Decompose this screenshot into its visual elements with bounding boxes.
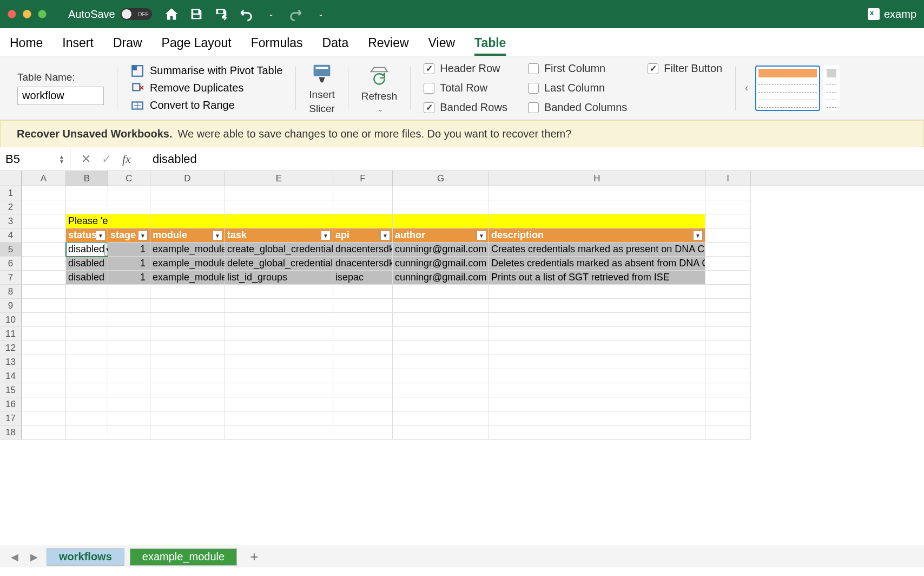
spreadsheet-grid[interactable]: A B C D E F G H I 1 2 3Please 'enable' t… xyxy=(0,171,924,546)
first-column-checkbox[interactable]: First Column xyxy=(528,61,627,77)
group-style-options-3: Filter Button x x xyxy=(640,60,730,116)
name-box[interactable]: B5 ▲▼ xyxy=(0,147,70,171)
row-header-13[interactable]: 13 xyxy=(0,355,22,369)
sheet-nav-next-icon[interactable]: ▶ xyxy=(27,551,41,563)
save-icon[interactable] xyxy=(189,6,204,22)
dropdown-icon[interactable]: ▼ xyxy=(104,244,108,256)
fx-icon[interactable]: fx xyxy=(122,152,131,166)
cancel-edit-icon[interactable]: ✕ xyxy=(81,152,91,166)
recovery-title: Recover Unsaved Workbooks. xyxy=(17,128,173,140)
sheet-tab-workflows[interactable]: workflows xyxy=(47,548,124,566)
styles-prev-icon[interactable]: ‹ xyxy=(741,82,752,94)
row-header-1[interactable]: 1 xyxy=(0,186,22,200)
tab-data[interactable]: Data xyxy=(322,36,349,56)
total-row-checkbox[interactable]: Total Row xyxy=(424,80,507,96)
instruction-cell[interactable]: Please 'enable' the required workflow ta… xyxy=(66,214,108,228)
svg-rect-1 xyxy=(132,66,137,70)
th-api[interactable]: api▼ xyxy=(333,228,393,243)
sheet-nav-prev-icon[interactable]: ◀ xyxy=(8,551,22,563)
redo-icon[interactable] xyxy=(288,6,303,22)
insert-slicer-button[interactable]: Insert Slicer xyxy=(309,62,335,115)
row-header-14[interactable]: 14 xyxy=(0,369,22,383)
row-header-4[interactable]: 4 xyxy=(0,228,22,243)
col-header-H[interactable]: H xyxy=(489,171,705,186)
maximize-window-icon[interactable] xyxy=(38,10,47,18)
banded-columns-checkbox[interactable]: Banded Columns xyxy=(528,100,627,116)
qat-customize-icon[interactable]: ⌄ xyxy=(313,6,328,22)
th-stage[interactable]: stage▼ xyxy=(108,228,150,243)
recovery-msg: We were able to save changes to one or m… xyxy=(178,128,572,140)
th-author[interactable]: author▼ xyxy=(393,228,489,243)
th-task[interactable]: task▼ xyxy=(225,228,333,243)
row-header-17[interactable]: 17 xyxy=(0,411,22,426)
recovery-bar[interactable]: Recover Unsaved Workbooks. We were able … xyxy=(0,120,924,147)
sheet-tab-bar: ◀ ▶ workflows example_module + xyxy=(0,546,924,567)
row-header-18[interactable]: 18 xyxy=(0,426,22,440)
row-header-9[interactable]: 9 xyxy=(0,299,22,313)
col-header-I[interactable]: I xyxy=(705,171,751,186)
col-header-F[interactable]: F xyxy=(333,171,393,186)
tab-page-layout[interactable]: Page Layout xyxy=(162,36,232,56)
row-header-5[interactable]: 5 xyxy=(0,243,22,257)
namebox-spinner-icon[interactable]: ▲▼ xyxy=(59,154,64,164)
row-header-8[interactable]: 8 xyxy=(0,285,22,299)
convert-to-range-button[interactable]: Convert to Range xyxy=(130,99,282,113)
th-module[interactable]: module▼ xyxy=(150,228,225,243)
row-header-15[interactable]: 15 xyxy=(0,383,22,397)
tab-insert[interactable]: Insert xyxy=(62,36,94,56)
close-window-icon[interactable] xyxy=(8,10,16,18)
col-header-D[interactable]: D xyxy=(150,171,225,186)
row-header-3[interactable]: 3 xyxy=(0,214,22,228)
undo-dropdown-icon[interactable]: ⌄ xyxy=(263,6,279,22)
row-header-16[interactable]: 16 xyxy=(0,397,22,411)
select-all-corner[interactable] xyxy=(0,171,22,186)
filter-icon: ▼ xyxy=(693,231,703,240)
minimize-window-icon[interactable] xyxy=(23,10,31,18)
table-name-input[interactable] xyxy=(17,87,104,105)
row-header-6[interactable]: 6 xyxy=(0,257,22,271)
row-header-12[interactable]: 12 xyxy=(0,341,22,355)
refresh-button[interactable]: Refresh xyxy=(361,63,398,102)
add-sheet-icon[interactable]: + xyxy=(242,548,266,565)
pivot-button[interactable]: Summarise with Pivot Table xyxy=(130,64,282,78)
col-header-A[interactable]: A xyxy=(22,171,66,186)
group-style-options-2: First Column Last Column Banded Columns xyxy=(520,60,635,116)
duplicates-icon xyxy=(130,81,144,95)
filter-button-checkbox[interactable]: Filter Button xyxy=(648,61,722,77)
sheet-tab-example-module[interactable]: example_module xyxy=(130,548,237,566)
th-description[interactable]: description▼ xyxy=(489,228,705,243)
tab-table[interactable]: Table xyxy=(474,36,506,56)
row-header-7[interactable]: 7 xyxy=(0,271,22,285)
undo-icon[interactable] xyxy=(239,6,254,22)
header-row-checkbox[interactable]: Header Row xyxy=(424,61,507,77)
selected-cell[interactable]: disabled▼ xyxy=(66,243,108,257)
col-header-G[interactable]: G xyxy=(393,171,489,186)
group-style-options-1: Header Row Total Row Banded Rows xyxy=(416,60,515,116)
row-header-2[interactable]: 2 xyxy=(0,200,22,214)
table-styles-gallery[interactable]: ‹ xyxy=(741,66,840,111)
save-as-icon[interactable] xyxy=(214,6,229,22)
tab-draw[interactable]: Draw xyxy=(113,36,142,56)
last-column-checkbox[interactable]: Last Column xyxy=(528,80,627,96)
col-header-C[interactable]: C xyxy=(108,171,150,186)
formula-input[interactable] xyxy=(148,152,924,166)
banded-rows-checkbox[interactable]: Banded Rows xyxy=(424,100,507,116)
row-header-11[interactable]: 11 xyxy=(0,327,22,341)
table-style-thumb-1[interactable] xyxy=(755,66,820,111)
remove-duplicates-button[interactable]: Remove Duplicates xyxy=(130,81,282,95)
tab-review[interactable]: Review xyxy=(368,36,408,56)
group-refresh: Refresh ⌄ xyxy=(354,60,405,116)
row-header-10[interactable]: 10 xyxy=(0,313,22,327)
home-icon[interactable] xyxy=(164,6,179,22)
tab-view[interactable]: View xyxy=(428,36,455,56)
confirm-edit-icon[interactable]: ✓ xyxy=(102,152,111,166)
tab-home[interactable]: Home xyxy=(10,36,43,56)
col-header-E[interactable]: E xyxy=(225,171,333,186)
group-slicer: Insert Slicer xyxy=(301,60,342,116)
table-style-thumb-2[interactable] xyxy=(823,66,840,111)
th-status[interactable]: status▼ xyxy=(66,228,108,243)
tab-formulas[interactable]: Formulas xyxy=(251,36,303,56)
refresh-dropdown-icon[interactable]: ⌄ xyxy=(378,106,383,113)
col-header-B[interactable]: B xyxy=(66,171,108,186)
autosave-toggle[interactable]: AutoSave OFF xyxy=(68,8,152,21)
